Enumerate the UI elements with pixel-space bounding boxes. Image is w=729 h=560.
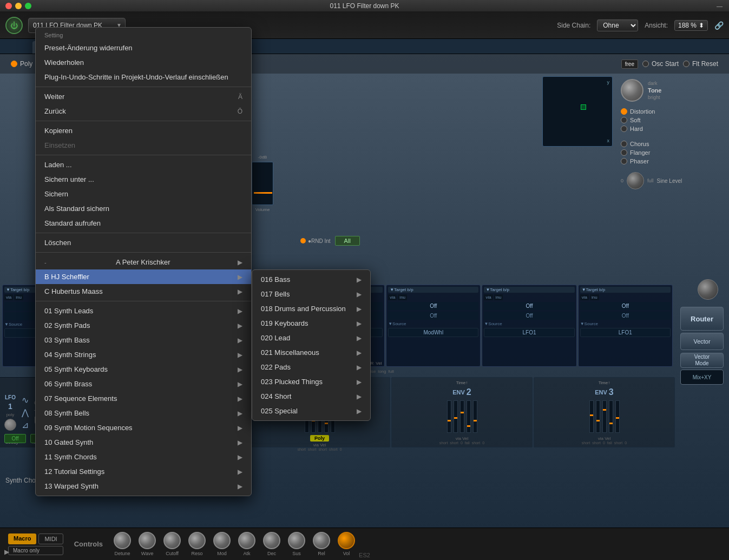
distortion-mode[interactable]: Distortion	[621, 108, 718, 115]
flt-reset-radio[interactable]	[683, 61, 689, 67]
osc-start-mode[interactable]: Osc Start	[642, 60, 679, 68]
via-value-7[interactable]: Off	[580, 312, 671, 320]
lfo1-wave-tri[interactable]: ⋀	[22, 407, 29, 418]
cm-zurueck[interactable]: Zurück Ö	[36, 104, 251, 118]
cm-024-short[interactable]: 024 Short ▶	[252, 389, 370, 404]
source-value-7[interactable]: LFO1	[580, 328, 671, 337]
cutoff-knob[interactable]	[163, 532, 181, 549]
detune-knob[interactable]	[114, 532, 131, 549]
free-badge[interactable]: free	[621, 60, 638, 69]
env3-s-fader[interactable]	[602, 400, 607, 433]
cm-09-motion[interactable]: 09 Synth Motion Sequences ▶	[36, 420, 251, 435]
cm-wiederholen[interactable]: Wiederholen	[36, 55, 251, 70]
midi-button[interactable]: MIDI	[38, 533, 63, 544]
via-value-5[interactable]: Off	[388, 312, 478, 320]
nav-arrow[interactable]: ▶	[4, 548, 9, 556]
cm-sichern[interactable]: Sichern	[36, 187, 251, 201]
cm-020-lead[interactable]: 020 Lead ▶	[252, 331, 370, 345]
env3-a-fader[interactable]	[589, 400, 594, 433]
router-button[interactable]: Router	[680, 307, 724, 331]
target-value-5[interactable]: Off	[388, 302, 478, 310]
flt-reset-mode[interactable]: Flt Reset	[683, 60, 718, 68]
cm-author-a[interactable]: - A Peter Krischker ▶	[36, 255, 251, 269]
cm-02-synth-pads[interactable]: 02 Synth Pads ▶	[36, 318, 251, 333]
cm-12-tutorial[interactable]: 12 Tutorial Settings ▶	[36, 464, 251, 479]
cm-13-warped[interactable]: 13 Warped Synth ▶	[36, 479, 251, 493]
cm-017-bells[interactable]: 017 Bells ▶	[252, 287, 370, 301]
env2-d-fader[interactable]	[454, 400, 458, 433]
wave-knob[interactable]	[139, 532, 156, 549]
power-button[interactable]: ⏻	[5, 17, 23, 34]
sine-level-knob[interactable]	[627, 172, 644, 189]
env3-d-fader[interactable]	[596, 400, 600, 433]
env2-r-fader[interactable]	[467, 400, 471, 433]
cm-sichern-unter[interactable]: Sichern unter ...	[36, 172, 251, 187]
soft-radio[interactable]	[621, 117, 627, 123]
mix-xy-button[interactable]: Mix+XY	[680, 370, 724, 385]
cm-019-keyboards[interactable]: 019 Keyboards ▶	[252, 316, 370, 331]
lfo1-wave-sine[interactable]: ∿	[22, 395, 29, 405]
chain-link-icon[interactable]: 🔗	[714, 21, 724, 30]
cm-loeschen[interactable]: Löschen	[36, 235, 251, 250]
cm-016-bass[interactable]: 016 Bass ▶	[252, 272, 370, 287]
cm-standard-aufrufen[interactable]: Standard aufrufen	[36, 216, 251, 230]
env2-s-fader[interactable]	[460, 400, 464, 433]
cm-08-synth-bells[interactable]: 08 Synth Bells ▶	[36, 406, 251, 420]
target-value-7[interactable]: Off	[580, 302, 671, 310]
lfo-off-badge[interactable]: Off	[4, 434, 26, 443]
osc-start-radio[interactable]	[642, 61, 649, 67]
xy-cursor[interactable]	[581, 104, 586, 110]
view-stepper-icon[interactable]: ⬍	[699, 22, 704, 29]
cm-023-plucked[interactable]: 023 Plucked Things ▶	[252, 374, 370, 389]
lfo1-knob[interactable]	[4, 419, 16, 431]
vector-button[interactable]: Vector	[680, 333, 724, 350]
sus-knob[interactable]	[288, 532, 305, 549]
via-value-6[interactable]: Off	[484, 312, 574, 320]
flanger-radio[interactable]	[621, 149, 627, 156]
cm-018-drums[interactable]: 018 Drums and Percussion ▶	[252, 301, 370, 316]
cm-07-sequence[interactable]: 07 Sequence Elements ▶	[36, 391, 251, 406]
cm-laden[interactable]: Laden ...	[36, 157, 251, 172]
cm-plugin-undo[interactable]: Plug-In-Undo-Schritte in Projekt-Undo-Ve…	[36, 70, 251, 84]
cm-05-synth-keyboards[interactable]: 05 Synth Keyboards ▶	[36, 362, 251, 377]
cm-025-special[interactable]: 025 Special ▶	[252, 404, 370, 418]
cm-10-gated[interactable]: 10 Gated Synth ▶	[36, 435, 251, 450]
minimize-button[interactable]	[15, 3, 22, 9]
vol-knob[interactable]	[338, 532, 355, 549]
cm-kopieren[interactable]: Kopieren	[36, 123, 251, 138]
chorus-radio[interactable]	[621, 141, 627, 147]
flanger-mode[interactable]: Flanger	[621, 149, 718, 156]
maximize-button[interactable]	[25, 3, 31, 9]
cm-einsetzen[interactable]: Einsetzen	[36, 138, 251, 153]
cm-01-synth-leads[interactable]: 01 Synth Leads ▶	[36, 304, 251, 318]
env3-r-fader[interactable]	[609, 400, 613, 433]
volume-slider[interactable]	[252, 162, 273, 205]
cm-weiter[interactable]: Weiter Ä	[36, 89, 251, 104]
close-button[interactable]	[5, 3, 12, 9]
cm-author-c[interactable]: C Hubertus Maass ▶	[36, 284, 251, 299]
cm-author-b[interactable]: B HJ Scheffler ▶ 016 Bass ▶ 017 Bells ▶ …	[36, 269, 251, 284]
xy-display[interactable]: y x	[542, 76, 613, 147]
atk-knob[interactable]	[238, 532, 255, 549]
target-value-6[interactable]: Off	[484, 302, 574, 310]
hard-radio[interactable]	[621, 126, 627, 132]
soft-mode[interactable]: Soft	[621, 117, 718, 123]
poly-radio[interactable]	[11, 61, 17, 67]
intensity-knob[interactable]	[698, 279, 718, 300]
cm-06-synth-brass[interactable]: 06 Synth Brass ▶	[36, 377, 251, 391]
mod-knob[interactable]	[213, 532, 231, 549]
macro-button[interactable]: Macro	[8, 533, 36, 544]
chorus-mode[interactable]: Chorus	[621, 141, 718, 147]
tone-knob[interactable]	[621, 79, 643, 102]
all-button[interactable]: All	[335, 236, 360, 246]
cm-03-synth-bass[interactable]: 03 Synth Bass ▶	[36, 333, 251, 347]
distortion-radio[interactable]	[621, 108, 627, 115]
hard-mode[interactable]: Hard	[621, 126, 718, 132]
env3-vel-fader[interactable]	[615, 400, 620, 433]
side-chain-select[interactable]: Ohne	[597, 19, 638, 31]
cm-021-misc[interactable]: 021 Miscellaneous ▶	[252, 345, 370, 360]
phaser-mode[interactable]: Phaser	[621, 158, 718, 164]
env2-vel-fader[interactable]	[473, 400, 477, 433]
source-value-5[interactable]: ModWhl	[388, 328, 478, 337]
reso-knob[interactable]	[188, 532, 206, 549]
